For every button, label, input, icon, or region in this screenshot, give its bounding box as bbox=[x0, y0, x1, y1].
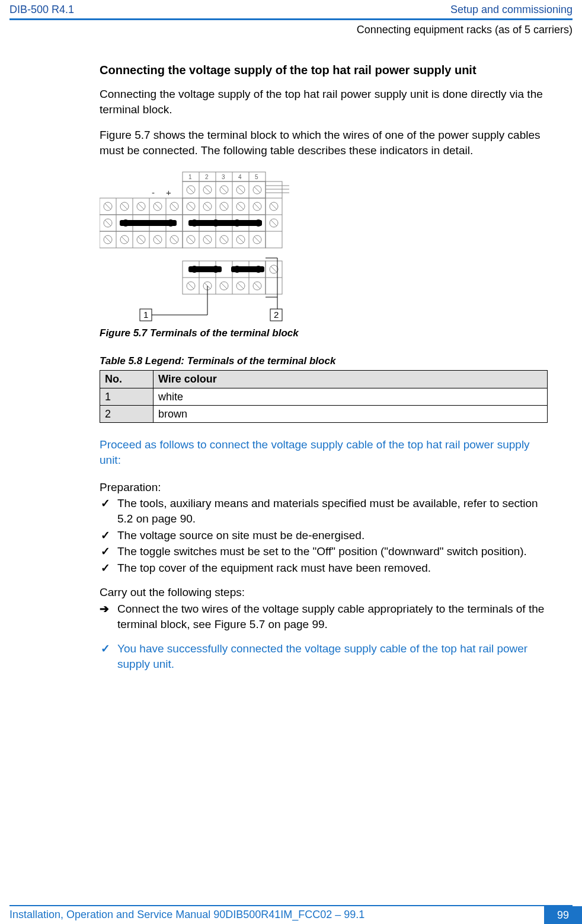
task-lead: Proceed as follows to connect the voltag… bbox=[100, 437, 548, 467]
svg-line-73 bbox=[138, 237, 144, 243]
cell-no: 2 bbox=[100, 406, 154, 423]
svg-line-59 bbox=[121, 203, 127, 209]
svg-point-122 bbox=[191, 219, 198, 227]
svg-line-75 bbox=[155, 237, 161, 243]
cell-wire: white bbox=[154, 388, 548, 405]
svg-point-120 bbox=[234, 266, 241, 273]
svg-line-87 bbox=[254, 203, 260, 209]
svg-line-113 bbox=[271, 266, 277, 272]
result-list: You have successfully connected the volt… bbox=[100, 641, 548, 671]
svg-text:-: - bbox=[152, 187, 155, 197]
preparation-list: The tools, auxiliary means and materials… bbox=[100, 496, 548, 575]
cell-no: 1 bbox=[100, 388, 154, 405]
svg-text:2: 2 bbox=[205, 174, 209, 180]
svg-line-69 bbox=[105, 237, 111, 243]
footer-text: Installation, Operation and Service Manu… bbox=[0, 906, 364, 924]
doc-id: DIB-500 R4.1 bbox=[9, 4, 74, 16]
svg-line-85 bbox=[238, 203, 244, 209]
svg-text:3: 3 bbox=[222, 174, 225, 180]
legend-table: No. Wire colour 1 white 2 brown bbox=[100, 370, 548, 423]
svg-line-79 bbox=[188, 203, 194, 209]
svg-point-123 bbox=[212, 219, 219, 227]
terminal-block-diagram: - + 1 2 3 4 5 bbox=[100, 169, 301, 323]
svg-line-51 bbox=[221, 187, 227, 193]
svg-line-47 bbox=[188, 187, 194, 193]
svg-rect-115 bbox=[188, 220, 262, 226]
svg-line-111 bbox=[254, 283, 260, 289]
svg-line-83 bbox=[221, 203, 227, 209]
figure-caption: Figure 5.7 Terminals of the terminal blo… bbox=[100, 327, 548, 340]
svg-line-89 bbox=[188, 237, 194, 243]
svg-text:+: + bbox=[166, 187, 171, 197]
table-header-row: No. Wire colour bbox=[100, 371, 548, 388]
page: DIB-500 R4.1 Setup and commissioning Con… bbox=[0, 0, 582, 924]
svg-text:5: 5 bbox=[255, 174, 258, 180]
svg-line-107 bbox=[221, 283, 227, 289]
svg-point-126 bbox=[122, 219, 129, 227]
subsection-title: Connecting equipment racks (as of 5 carr… bbox=[0, 20, 582, 36]
svg-line-93 bbox=[221, 237, 227, 243]
list-item: You have successfully connected the volt… bbox=[100, 641, 548, 671]
paragraph-2: Figure 5.7 shows the terminal block to w… bbox=[100, 128, 548, 158]
svg-line-109 bbox=[238, 283, 244, 289]
svg-line-57 bbox=[105, 203, 111, 209]
page-number: 99 bbox=[544, 906, 582, 924]
section-title: Setup and commissioning bbox=[450, 4, 573, 16]
svg-line-103 bbox=[188, 283, 194, 289]
svg-point-127 bbox=[167, 219, 174, 227]
list-item: The toggle switches must be set to the "… bbox=[100, 544, 548, 559]
col-no: No. bbox=[100, 371, 154, 388]
svg-line-97 bbox=[254, 237, 260, 243]
svg-line-77 bbox=[171, 237, 177, 243]
list-item: The tools, auxiliary means and materials… bbox=[100, 496, 548, 526]
svg-line-81 bbox=[204, 203, 210, 209]
svg-line-91 bbox=[204, 237, 210, 243]
svg-line-65 bbox=[171, 203, 177, 209]
svg-line-49 bbox=[204, 187, 210, 193]
steps-list: Connect the two wires of the voltage sup… bbox=[100, 601, 548, 632]
list-item: Connect the two wires of the voltage sup… bbox=[100, 601, 548, 632]
svg-line-95 bbox=[238, 237, 244, 243]
header-bar: DIB-500 R4.1 Setup and commissioning bbox=[0, 0, 582, 17]
content-area: Connecting the voltage supply of the top… bbox=[0, 36, 582, 681]
svg-point-124 bbox=[234, 219, 241, 227]
list-item: The top cover of the equipment rack must… bbox=[100, 560, 548, 576]
svg-line-67 bbox=[105, 220, 111, 226]
svg-line-53 bbox=[238, 187, 244, 193]
table-row: 2 brown bbox=[100, 406, 548, 423]
svg-line-101 bbox=[271, 220, 277, 226]
prep-heading: Preparation: bbox=[100, 480, 548, 495]
list-item: The voltage source on site must be de-en… bbox=[100, 528, 548, 543]
table-row: 1 white bbox=[100, 388, 548, 405]
svg-point-125 bbox=[255, 219, 262, 227]
svg-line-63 bbox=[155, 203, 161, 209]
svg-text:1: 1 bbox=[188, 174, 192, 180]
svg-point-118 bbox=[191, 266, 198, 273]
col-wire: Wire colour bbox=[154, 371, 548, 388]
cell-wire: brown bbox=[154, 406, 548, 423]
heading: Connecting the voltage supply of the top… bbox=[100, 62, 548, 78]
svg-text:4: 4 bbox=[238, 174, 242, 180]
figure-5-7: - + 1 2 3 4 5 bbox=[100, 169, 548, 323]
svg-line-55 bbox=[254, 187, 260, 193]
svg-line-61 bbox=[138, 203, 144, 209]
svg-line-99 bbox=[271, 203, 277, 209]
svg-line-71 bbox=[121, 237, 127, 243]
svg-point-119 bbox=[212, 266, 219, 273]
paragraph-1: Connecting the voltage supply of the top… bbox=[100, 87, 548, 117]
table-caption: Table 5.8 Legend: Terminals of the termi… bbox=[100, 355, 548, 368]
footer: Installation, Operation and Service Manu… bbox=[0, 905, 582, 924]
callout-2: 2 bbox=[274, 310, 279, 320]
callout-1: 1 bbox=[143, 310, 148, 320]
svg-point-121 bbox=[255, 266, 262, 273]
steps-heading: Carry out the following steps: bbox=[100, 585, 548, 600]
